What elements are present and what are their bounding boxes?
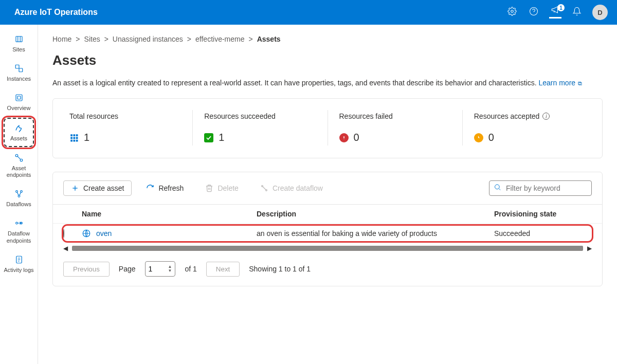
sidebar-item-assets[interactable]: Assets: [4, 118, 34, 147]
grid-icon: [69, 133, 79, 142]
svg-rect-3: [15, 65, 19, 68]
asset-state: Succeeded: [494, 229, 592, 238]
user-avatar[interactable]: D: [592, 5, 608, 20]
filter-field: [489, 180, 592, 196]
svg-rect-23: [76, 139, 78, 141]
instances-icon: [14, 63, 24, 74]
learn-more-link[interactable]: Learn more ⧉: [539, 79, 583, 87]
external-link-icon: ⧉: [576, 80, 582, 86]
svg-point-7: [15, 154, 18, 157]
col-header-description[interactable]: Description: [257, 210, 494, 218]
sidebar-item-overview[interactable]: Overview: [0, 87, 38, 117]
page-spinner[interactable]: ▲▼: [168, 265, 172, 273]
bell-icon: [572, 7, 582, 18]
svg-rect-16: [74, 134, 76, 136]
refresh-button[interactable]: Refresh: [139, 181, 191, 195]
breadcrumb-home[interactable]: Home: [52, 35, 71, 43]
svg-point-30: [495, 185, 500, 189]
page-description: An asset is a logical entity created to …: [52, 79, 603, 87]
plus-icon: [71, 184, 79, 192]
table-header-row: Name Description Provisioning state: [53, 205, 602, 224]
sidebar: Sites Instances Overview Assets Asset en…: [0, 25, 38, 364]
create-asset-button[interactable]: Create asset: [63, 180, 132, 196]
gear-icon: [507, 7, 517, 18]
horizontal-scrollbar[interactable]: ◀ ▶: [53, 243, 602, 252]
stat-succeeded-label: Resources succeeded: [204, 112, 316, 120]
overview-icon: [14, 93, 24, 103]
svg-rect-4: [19, 68, 23, 72]
help-icon: [529, 7, 538, 18]
whats-new-button[interactable]: 1: [549, 6, 561, 19]
assets-toolbar: Create asset Refresh Delete Create dataf…: [53, 180, 602, 204]
svg-rect-17: [76, 134, 78, 136]
asset-name-link[interactable]: oven: [96, 229, 112, 238]
sidebar-label: Overview: [7, 105, 31, 112]
product-title: Azure IoT Operations: [14, 8, 98, 17]
trash-icon: [205, 184, 213, 192]
sidebar-item-dataflows[interactable]: Dataflows: [0, 184, 38, 213]
stat-total-label: Total resources: [69, 112, 181, 120]
main-content: Home> Sites> Unassigned instances> effec…: [38, 25, 617, 364]
info-icon[interactable]: i: [542, 113, 550, 120]
breadcrumb-instance[interactable]: effective-meme: [195, 35, 244, 43]
scroll-right-arrow[interactable]: ▶: [587, 245, 592, 252]
notifications-button[interactable]: [571, 6, 583, 19]
stat-failed-label: Resources failed: [339, 112, 451, 120]
table-row[interactable]: oven an oven is essential for baking a w…: [63, 226, 592, 241]
svg-rect-22: [74, 139, 76, 141]
page-of-label: of 1: [185, 265, 196, 273]
app-header: Azure IoT Operations 1 D: [0, 0, 617, 25]
svg-point-1: [530, 8, 538, 15]
breadcrumb-sites[interactable]: Sites: [84, 35, 100, 43]
col-header-name[interactable]: Name: [82, 210, 257, 218]
svg-point-28: [262, 186, 263, 187]
svg-rect-18: [70, 137, 72, 139]
svg-rect-20: [76, 137, 78, 139]
sidebar-item-sites[interactable]: Sites: [0, 29, 38, 58]
stat-accepted-value: 0: [488, 132, 494, 143]
asset-globe-icon: [82, 229, 91, 238]
error-icon: [339, 133, 349, 142]
scrollbar-track[interactable]: [72, 246, 583, 251]
help-button[interactable]: [528, 6, 540, 19]
filter-input[interactable]: [489, 180, 592, 196]
svg-rect-6: [17, 96, 21, 99]
stat-accepted-label: Resources accepted i: [474, 112, 586, 120]
dataflows-icon: [14, 189, 24, 199]
sidebar-label: Dataflows: [6, 201, 31, 208]
sidebar-item-instances[interactable]: Instances: [0, 58, 38, 87]
page-title: Assets: [52, 52, 603, 68]
chevron-down-icon[interactable]: ▼: [168, 269, 172, 273]
breadcrumb: Home> Sites> Unassigned instances> effec…: [52, 35, 603, 43]
sidebar-label: Activity logs: [4, 267, 33, 274]
row-select-radio[interactable]: [63, 229, 64, 238]
sites-icon: [14, 34, 24, 44]
resource-stats-card: Total resources 1 Resources succeeded 1 …: [52, 98, 603, 158]
assets-table: Name Description Provisioning state oven…: [53, 204, 602, 241]
next-page-button: Next: [206, 262, 240, 277]
svg-rect-21: [70, 139, 72, 141]
pagination: Previous Page ▲▼ of 1 Next Showing 1 to …: [53, 252, 602, 277]
page-number-input[interactable]: [149, 265, 168, 273]
sidebar-label: Asset endpoints: [1, 165, 37, 178]
svg-line-31: [499, 189, 500, 190]
asset-description: an oven is essential for baking a wide v…: [257, 229, 494, 238]
sidebar-item-activity-logs[interactable]: Activity logs: [0, 249, 38, 279]
whats-new-badge: 1: [557, 4, 565, 11]
breadcrumb-unassigned[interactable]: Unassigned instances: [113, 35, 183, 43]
breadcrumb-current: Assets: [257, 35, 281, 43]
sidebar-label: Dataflow endpoints: [1, 230, 37, 244]
sidebar-label: Assets: [10, 135, 27, 142]
delete-button: Delete: [198, 181, 245, 195]
activity-logs-icon: [14, 254, 24, 265]
previous-page-button: Previous: [63, 262, 110, 277]
scroll-left-arrow[interactable]: ◀: [63, 245, 68, 252]
svg-rect-19: [74, 137, 76, 139]
sidebar-item-asset-endpoints[interactable]: Asset endpoints: [0, 148, 38, 184]
sidebar-item-dataflow-endpoints[interactable]: Dataflow endpoints: [0, 213, 38, 249]
col-header-state[interactable]: Provisioning state: [494, 210, 592, 218]
page-label: Page: [119, 265, 136, 273]
clock-icon: [474, 133, 483, 142]
svg-point-8: [20, 159, 23, 161]
settings-button[interactable]: [506, 6, 518, 19]
